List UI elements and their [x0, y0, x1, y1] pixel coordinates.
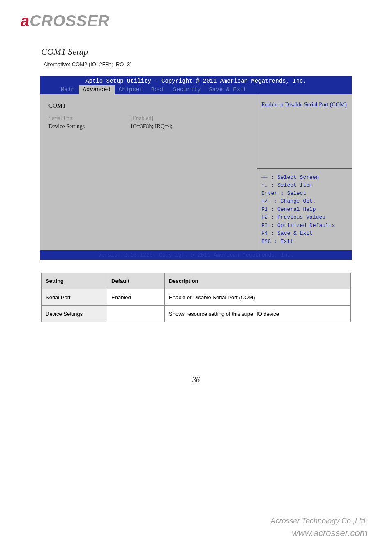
bios-item-serial-port[interactable]: Serial Port — [48, 115, 131, 122]
cell-description: Enable or Disable Serial Port (COM) — [165, 289, 351, 306]
bios-tabs: Main Advanced Chipset Boot Security Save… — [40, 85, 352, 94]
bios-tab-chipset[interactable]: Chipset — [115, 85, 147, 94]
bios-item-device-settings-value: IO=3F8h; IRQ=4; — [131, 123, 249, 130]
bios-help-text: Enable or Disable Serial Port (COM) — [257, 94, 352, 169]
bios-left-panel: COM1 Serial Port [Enabled] Device Settin… — [40, 94, 257, 250]
cell-default: Enabled — [107, 289, 165, 306]
bios-tab-security[interactable]: Security — [169, 85, 205, 94]
bios-key-legend: →← : Select Screen ↑↓ : Select Item Ente… — [257, 169, 352, 251]
page-footer: Acrosser Technology Co.,Ltd. www.acrosse… — [271, 517, 367, 539]
doc-alt-line: Alternative: COM2 (IO=2F8h; IRQ=3) — [44, 61, 371, 67]
bios-screenshot: Aptio Setup Utility - Copyright @ 2011 A… — [40, 76, 352, 260]
footer-url: www.acrosser.com — [271, 528, 367, 539]
bios-footer: Version 2.13.1226. Copyright @ 2011 Amer… — [40, 250, 352, 260]
bios-tab-boot[interactable]: Boot — [147, 85, 169, 94]
footer-company: Acrosser Technology Co.,Ltd. — [271, 517, 367, 525]
th-setting: Setting — [42, 273, 107, 289]
bios-tab-advanced[interactable]: Advanced — [79, 85, 115, 94]
bios-tab-main[interactable]: Main — [57, 85, 79, 94]
bios-item-device-settings: Device Settings — [48, 123, 131, 130]
bios-left-heading: COM1 — [48, 102, 249, 109]
table-row: Serial Port Enabled Enable or Disable Se… — [42, 289, 351, 306]
table-row: Device Settings Shows resource setting o… — [42, 306, 351, 322]
bios-header: Aptio Setup Utility - Copyright @ 2011 A… — [40, 76, 352, 85]
logo-rest: CROSSER — [30, 12, 110, 30]
bios-tab-save-exit[interactable]: Save & Exit — [205, 85, 251, 94]
cell-setting: Device Settings — [42, 306, 107, 322]
page-number: 36 — [21, 376, 371, 384]
th-default: Default — [107, 273, 165, 289]
cell-default — [107, 306, 165, 322]
cell-setting: Serial Port — [42, 289, 107, 306]
logo: aCROSSER — [21, 12, 371, 30]
settings-table: Setting Default Description Serial Port … — [41, 273, 351, 322]
cell-description: Shows resource setting of this super IO … — [165, 306, 351, 322]
th-description: Description — [165, 273, 351, 289]
bios-item-serial-port-value[interactable]: [Enabled] — [131, 115, 249, 122]
logo-a: a — [21, 12, 30, 30]
doc-section-title: COM1 Setup — [41, 46, 371, 57]
